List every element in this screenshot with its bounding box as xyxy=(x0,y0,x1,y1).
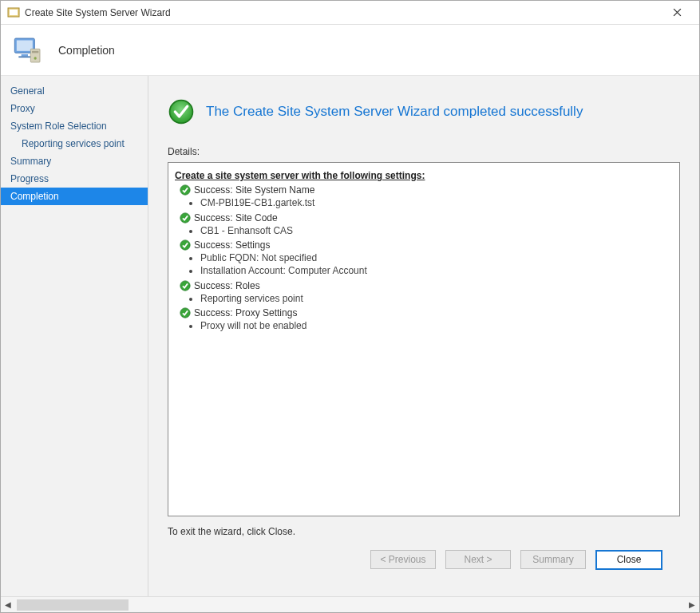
sidebar-item-reporting-services-point[interactable]: Reporting services point xyxy=(1,135,148,152)
scroll-right-arrow[interactable]: ▶ xyxy=(685,598,699,612)
success-message: The Create Site System Server Wizard com… xyxy=(206,104,583,120)
close-button[interactable]: Close xyxy=(595,550,662,570)
scroll-left-arrow[interactable]: ◀ xyxy=(1,598,15,612)
check-icon xyxy=(180,184,191,196)
details-label: Details: xyxy=(168,146,680,157)
wizard-header: Completion xyxy=(1,25,699,76)
check-icon xyxy=(180,239,191,251)
svg-point-8 xyxy=(34,57,37,59)
wizard-icon xyxy=(7,6,20,19)
wizard-body: GeneralProxySystem Role SelectionReporti… xyxy=(1,76,699,596)
svg-rect-5 xyxy=(18,56,30,57)
svg-rect-3 xyxy=(17,40,33,50)
wizard-footer: < Previous Next > Summary Close xyxy=(168,537,680,582)
svg-rect-7 xyxy=(32,50,38,53)
result-line: CB1 - Enhansoft CAS xyxy=(200,224,673,237)
result-item: Success: RolesReporting services point xyxy=(180,279,673,305)
details-box: Create a site system server with the fol… xyxy=(168,162,680,516)
previous-button[interactable]: < Previous xyxy=(370,550,436,569)
sidebar-item-completion[interactable]: Completion xyxy=(1,188,148,205)
check-icon xyxy=(180,307,191,318)
summary-button[interactable]: Summary xyxy=(520,550,586,569)
result-item: Success: SettingsPublic FQDN: Not specif… xyxy=(180,239,673,278)
result-lines: CB1 - Enhansoft CAS xyxy=(200,224,673,237)
result-line: CM-PBI19E-CB1.gartek.tst xyxy=(200,196,673,209)
result-lines: CM-PBI19E-CB1.gartek.tst xyxy=(200,196,673,209)
next-button[interactable]: Next > xyxy=(445,550,511,569)
result-title: Success: Site Code xyxy=(194,212,278,224)
result-lines: Public FQDN: Not specifiedInstallation A… xyxy=(200,251,673,277)
monitor-icon xyxy=(12,34,44,66)
check-icon xyxy=(180,280,191,291)
result-item: Success: Site System NameCM-PBI19E-CB1.g… xyxy=(180,184,673,209)
result-head: Success: Site System Name xyxy=(180,184,673,196)
success-check-icon xyxy=(168,98,195,125)
window-title: Create Site System Server Wizard xyxy=(25,7,661,18)
sidebar-item-system-role-selection[interactable]: System Role Selection xyxy=(1,117,148,135)
sidebar-item-proxy[interactable]: Proxy xyxy=(1,100,148,117)
wizard-main: The Create Site System Server Wizard com… xyxy=(148,76,699,596)
page-title: Completion xyxy=(58,44,115,57)
result-item: Success: Proxy SettingsProxy will not be… xyxy=(180,306,673,332)
sidebar-item-summary[interactable]: Summary xyxy=(1,152,148,170)
scroll-thumb[interactable] xyxy=(17,599,129,611)
result-head: Success: Settings xyxy=(180,239,673,251)
result-title: Success: Roles xyxy=(194,279,260,292)
svg-rect-1 xyxy=(10,10,18,15)
details-heading: Create a site system server with the fol… xyxy=(175,169,673,182)
horizontal-scrollbar[interactable]: ◀ ▶ xyxy=(1,596,699,612)
titlebar: Create Site System Server Wizard xyxy=(1,1,699,25)
close-icon xyxy=(673,8,682,17)
svg-rect-4 xyxy=(22,54,28,57)
result-line: Reporting services point xyxy=(200,292,673,305)
window-close-button[interactable] xyxy=(661,2,693,24)
result-line: Installation Account: Computer Account xyxy=(200,264,673,277)
result-title: Success: Site System Name xyxy=(194,184,314,196)
sidebar-item-progress[interactable]: Progress xyxy=(1,170,148,188)
result-title: Success: Settings xyxy=(194,239,270,251)
success-banner: The Create Site System Server Wizard com… xyxy=(168,98,680,125)
wizard-window: Create Site System Server Wizard Complet… xyxy=(0,0,700,613)
result-line: Public FQDN: Not specified xyxy=(200,251,673,264)
result-item: Success: Site CodeCB1 - Enhansoft CAS xyxy=(180,212,673,237)
result-line: Proxy will not be enabled xyxy=(200,319,673,332)
check-icon xyxy=(180,212,191,223)
result-title: Success: Proxy Settings xyxy=(194,306,297,319)
sidebar-item-general[interactable]: General xyxy=(1,82,148,100)
scroll-track[interactable] xyxy=(15,599,685,611)
result-lines: Proxy will not be enabled xyxy=(200,319,673,332)
wizard-sidebar: GeneralProxySystem Role SelectionReporti… xyxy=(1,76,148,596)
result-head: Success: Roles xyxy=(180,279,673,292)
result-head: Success: Proxy Settings xyxy=(180,306,673,319)
result-lines: Reporting services point xyxy=(200,292,673,305)
result-head: Success: Site Code xyxy=(180,212,673,224)
svg-point-9 xyxy=(170,101,193,124)
exit-instruction: To exit the wizard, click Close. xyxy=(168,526,680,537)
